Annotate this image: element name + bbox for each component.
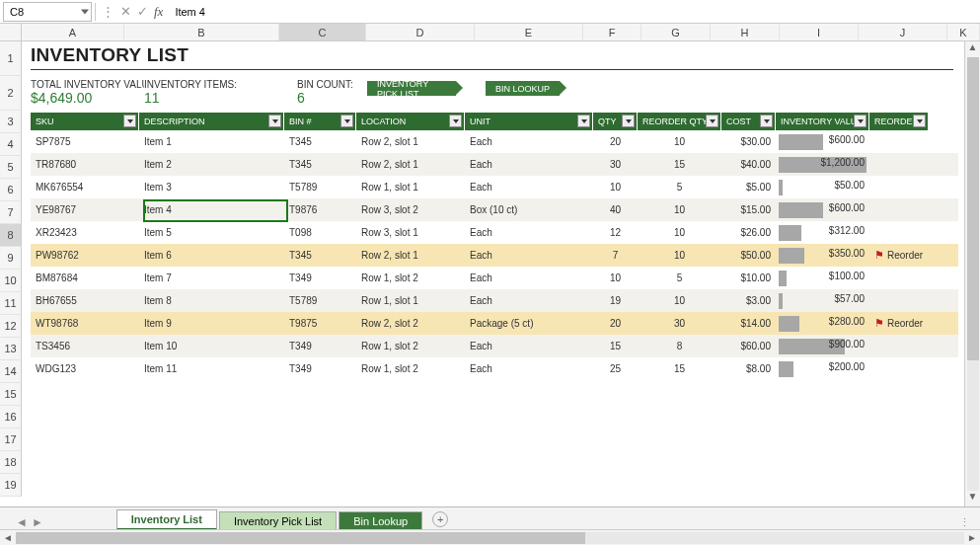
cell-qty[interactable]: 40 <box>593 198 638 221</box>
row-5[interactable]: 5 <box>0 156 22 179</box>
cell-qty[interactable]: 12 <box>593 221 638 244</box>
filter-icon[interactable] <box>706 115 718 127</box>
vscroll-thumb[interactable] <box>967 57 979 360</box>
row-16[interactable]: 16 <box>0 406 22 428</box>
col-f[interactable]: F <box>583 24 641 40</box>
filter-icon[interactable] <box>449 115 462 127</box>
cell-reqty[interactable]: 10 <box>638 198 721 221</box>
cell-reorder[interactable] <box>869 176 929 198</box>
cell-value[interactable]: $200.00 <box>776 357 869 380</box>
tab-inventory-pick-list[interactable]: Inventory Pick List <box>219 511 337 530</box>
cell-value[interactable]: $600.00 <box>776 198 869 221</box>
grid[interactable]: INVENTORY LIST TOTAL INVENTORY VALUE: $4… <box>22 41 980 497</box>
cell-desc[interactable]: Item 8 <box>139 289 284 312</box>
cell-value[interactable]: $312.00 <box>776 221 869 244</box>
filter-icon[interactable] <box>622 115 635 127</box>
cell-loc[interactable]: Row 1, slot 1 <box>356 176 465 198</box>
cell-desc[interactable]: Item 1 <box>139 130 284 153</box>
cell-bin[interactable]: T349 <box>284 267 356 289</box>
th-qty[interactable]: QTY <box>593 113 638 130</box>
cell-desc[interactable]: Item 3 <box>139 176 284 198</box>
cell-bin[interactable]: T9876 <box>284 198 356 221</box>
cell-cost[interactable]: $3.00 <box>721 289 776 312</box>
cell-desc[interactable]: Item 5 <box>139 221 284 244</box>
cell-reorder[interactable]: ⚑Reorder <box>869 312 929 335</box>
hscroll-thumb[interactable] <box>16 532 585 544</box>
cell-qty[interactable]: 20 <box>593 312 638 335</box>
tab-prev-icon[interactable]: ◄ <box>16 515 28 529</box>
cell-desc[interactable]: Item 4 <box>139 198 284 221</box>
cell-cost[interactable]: $26.00 <box>721 221 776 244</box>
cell-unit[interactable]: Package (5 ct) <box>465 312 593 335</box>
cell-reqty[interactable]: 10 <box>638 221 721 244</box>
cell-unit[interactable]: Each <box>465 335 593 357</box>
table-row[interactable]: WT98768Item 9T9875Row 2, slot 2Package (… <box>31 312 958 335</box>
th-bin-[interactable]: BIN # <box>284 113 356 130</box>
add-sheet-button[interactable]: + <box>432 511 448 527</box>
filter-icon[interactable] <box>760 115 773 127</box>
cell-bin[interactable]: T349 <box>284 335 356 357</box>
table-row[interactable]: BM87684Item 7T349Row 1, slot 2Each105$10… <box>31 267 958 289</box>
cell-sku[interactable]: BM87684 <box>31 267 139 289</box>
cell-value[interactable]: $100.00 <box>776 267 869 289</box>
cell-unit[interactable]: Each <box>465 357 593 380</box>
filter-icon[interactable] <box>854 115 867 127</box>
filter-icon[interactable] <box>123 115 136 127</box>
row-13[interactable]: 13 <box>0 338 22 360</box>
col-i[interactable]: I <box>780 24 859 40</box>
table-row[interactable]: PW98762Item 6T345Row 2, slot 1Each710$50… <box>31 244 958 267</box>
cell-reorder[interactable] <box>869 335 929 357</box>
cell-sku[interactable]: SP7875 <box>31 130 139 153</box>
cell-desc[interactable]: Item 11 <box>139 357 284 380</box>
cell-reqty[interactable]: 8 <box>638 335 721 357</box>
filter-icon[interactable] <box>577 115 590 127</box>
cell-qty[interactable]: 20 <box>593 130 638 153</box>
chip-pick-list[interactable]: INVENTORY PICK LIST <box>367 81 456 96</box>
cell-loc[interactable]: Row 2, slot 1 <box>356 244 465 267</box>
th-reorder[interactable]: REORDER <box>869 113 929 130</box>
cell-sku[interactable]: PW98762 <box>31 244 139 267</box>
cell-cost[interactable]: $60.00 <box>721 335 776 357</box>
name-box[interactable]: C8 <box>3 2 92 22</box>
cell-cost[interactable]: $5.00 <box>721 176 776 198</box>
row-8[interactable]: 8 <box>0 224 22 247</box>
cell-loc[interactable]: Row 1, slot 2 <box>356 335 465 357</box>
cell-sku[interactable]: MK676554 <box>31 176 139 198</box>
cell-reorder[interactable] <box>869 198 929 221</box>
cell-bin[interactable]: T5789 <box>284 176 356 198</box>
cell-desc[interactable]: Item 9 <box>139 312 284 335</box>
cell-reorder[interactable] <box>869 221 929 244</box>
cell-reorder[interactable] <box>869 289 929 312</box>
cell-sku[interactable]: BH67655 <box>31 289 139 312</box>
cell-qty[interactable]: 19 <box>593 289 638 312</box>
cell-reqty[interactable]: 5 <box>638 267 721 289</box>
cell-reorder[interactable] <box>869 153 929 176</box>
dots-icon[interactable]: ⋮ <box>959 516 970 529</box>
cell-reorder[interactable] <box>869 357 929 380</box>
fx-icon[interactable]: fx <box>154 4 163 20</box>
select-all-cell[interactable] <box>0 24 22 40</box>
row-11[interactable]: 11 <box>0 292 22 315</box>
cell-reorder[interactable]: ⚑Reorder <box>869 244 929 267</box>
cell-value[interactable]: $1,200.00 <box>776 153 869 176</box>
row-7[interactable]: 7 <box>0 201 22 224</box>
cell-desc[interactable]: Item 7 <box>139 267 284 289</box>
row-12[interactable]: 12 <box>0 315 22 338</box>
tab-next-icon[interactable]: ► <box>32 515 43 529</box>
col-k[interactable]: K <box>947 24 980 40</box>
cell-unit[interactable]: Each <box>465 130 593 153</box>
row-17[interactable]: 17 <box>0 428 22 451</box>
cell-value[interactable]: $350.00 <box>776 244 869 267</box>
row-14[interactable]: 14 <box>0 360 22 383</box>
cell-unit[interactable]: Box (10 ct) <box>465 198 593 221</box>
row-18[interactable]: 18 <box>0 451 22 474</box>
row-3[interactable]: 3 <box>0 111 22 133</box>
cell-sku[interactable]: XR23423 <box>31 221 139 244</box>
filter-icon[interactable] <box>340 115 353 127</box>
cell-unit[interactable]: Each <box>465 267 593 289</box>
cell-bin[interactable]: T345 <box>284 153 356 176</box>
cell-loc[interactable]: Row 1, slot 2 <box>356 357 465 380</box>
cell-value[interactable]: $600.00 <box>776 130 869 153</box>
accept-icon[interactable]: ✓ <box>137 4 148 19</box>
cell-reqty[interactable]: 30 <box>638 312 721 335</box>
